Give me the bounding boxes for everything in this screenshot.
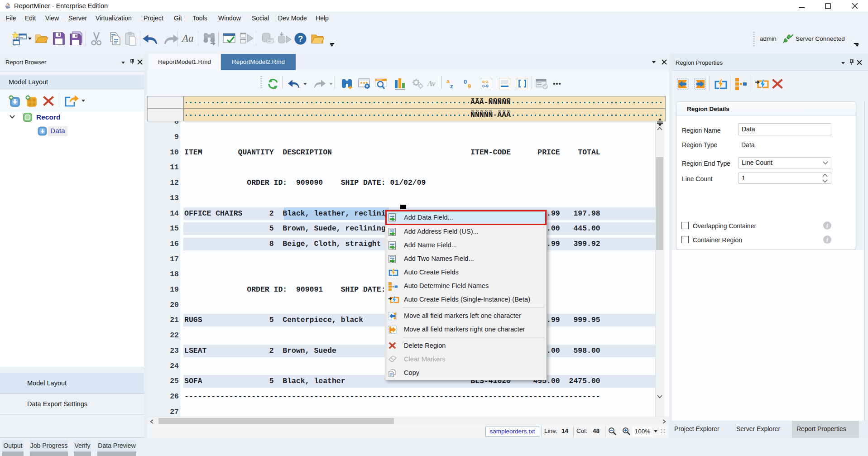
svg-text:0-9: 0-9 <box>482 83 489 88</box>
svg-text:a: a <box>446 78 450 85</box>
svg-text:z: z <box>450 83 453 89</box>
svg-text:i: i <box>826 236 828 243</box>
svg-text:i: i <box>826 222 828 229</box>
svg-text:0: 0 <box>464 78 467 85</box>
svg-text:?: ? <box>298 34 303 43</box>
svg-text:9: 9 <box>468 83 471 89</box>
